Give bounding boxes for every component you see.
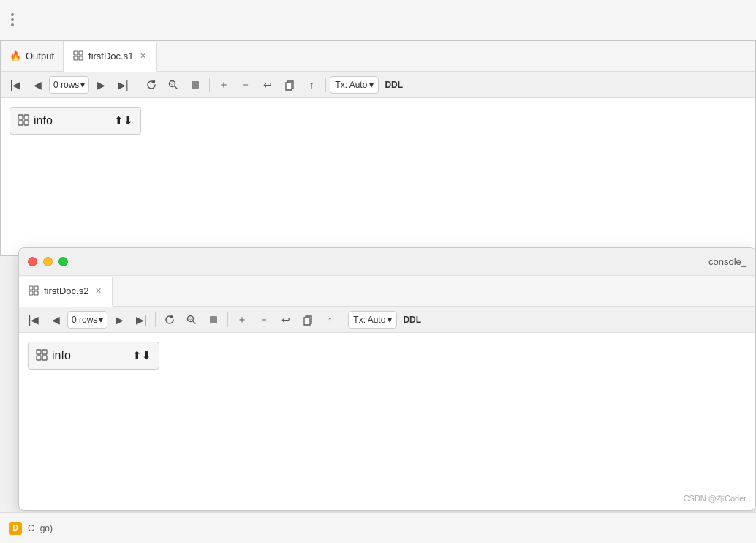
w2-table-grid-icon <box>36 349 48 363</box>
tab-bar-window1: 🔥 Output firstDoc.s1 ✕ <box>1 41 755 72</box>
svg-point-5 <box>171 83 173 85</box>
search-button[interactable] <box>163 75 184 94</box>
table-grid-icon <box>18 114 29 128</box>
separator-2 <box>209 78 210 92</box>
w2-rows-selector[interactable]: 0 rows ▾ <box>67 311 107 329</box>
firstdoc-s1-tab-label: firstDoc.s1 <box>88 50 133 61</box>
svg-rect-6 <box>192 81 199 89</box>
csdn-watermark: CSDN @布Coder <box>684 493 746 504</box>
svg-rect-21 <box>42 356 47 360</box>
svg-rect-3 <box>79 56 83 60</box>
w2-tx-selector[interactable]: Tx: Auto ▾ <box>348 311 397 329</box>
table-area-window2: info ⬆⬇ <box>19 333 755 378</box>
svg-rect-20 <box>37 356 41 360</box>
tx-selector[interactable]: Tx: Auto ▾ <box>330 76 379 94</box>
tab-output[interactable]: 🔥 Output <box>1 41 64 71</box>
toolbar-window2: |◀ ◀ 0 rows ▾ ▶ ▶| ＋ － <box>19 307 755 333</box>
ddl-button[interactable]: DDL <box>380 78 407 91</box>
w2-undo-button[interactable]: ↩ <box>276 310 296 329</box>
footer-text1: C <box>28 523 34 533</box>
svg-rect-11 <box>29 286 33 290</box>
svg-rect-10 <box>24 121 29 125</box>
w2-separator-3 <box>344 312 344 327</box>
tx-chevron-icon: ▾ <box>369 80 374 90</box>
w2-refresh-button[interactable] <box>159 310 180 329</box>
svg-rect-8 <box>24 115 29 119</box>
svg-rect-9 <box>18 121 23 125</box>
w2-table-selector-label: info <box>52 349 71 362</box>
svg-rect-19 <box>42 350 47 354</box>
next-page-button[interactable]: ▶ <box>91 75 111 94</box>
app-footer-icon: D <box>9 522 22 535</box>
svg-rect-12 <box>34 286 38 290</box>
firstdoc-s1-tab-icon <box>72 50 84 61</box>
w2-add-row-button[interactable]: ＋ <box>232 310 252 329</box>
copy-button[interactable] <box>279 75 300 94</box>
svg-rect-17 <box>210 316 217 323</box>
table-selector-chevron-icon: ⬆⬇ <box>114 114 133 127</box>
output-tab-label: Output <box>26 50 54 61</box>
firstdoc-s2-tab-label: firstDoc.s2 <box>44 285 88 296</box>
w2-copy-button[interactable] <box>298 310 318 329</box>
tab-firstdoc-s2[interactable]: firstDoc.s2 ✕ <box>19 277 113 307</box>
w2-next-page-button[interactable]: ▶ <box>109 310 129 329</box>
refresh-button[interactable] <box>141 75 162 94</box>
last-page-button[interactable]: ▶| <box>113 75 133 94</box>
w2-delete-row-button[interactable]: － <box>254 310 274 329</box>
w2-rows-chevron-icon: ▾ <box>99 315 103 325</box>
top-bar <box>0 0 756 40</box>
firstdoc-s2-tab-icon <box>28 285 39 296</box>
w2-tx-label: Tx: Auto <box>353 315 385 325</box>
w2-last-page-button[interactable]: ▶| <box>131 310 151 329</box>
prev-page-button[interactable]: ◀ <box>27 75 48 94</box>
svg-rect-2 <box>74 56 78 60</box>
svg-point-4 <box>170 80 175 86</box>
svg-rect-1 <box>79 51 83 55</box>
menu-dots-button[interactable] <box>7 10 18 30</box>
table-selector-label: info <box>34 114 53 127</box>
svg-rect-13 <box>29 291 33 295</box>
first-page-button[interactable]: |◀ <box>5 75 26 94</box>
w2-ddl-button[interactable]: DDL <box>398 313 426 326</box>
rows-selector[interactable]: 0 rows ▾ <box>49 76 89 94</box>
firstdoc-s2-close-button[interactable]: ✕ <box>93 285 103 296</box>
tx-label: Tx: Auto <box>335 80 367 90</box>
firstdoc-s1-close-button[interactable]: ✕ <box>137 50 148 61</box>
footer-text2: go) <box>40 523 53 533</box>
w2-rows-label: 0 rows <box>72 315 97 325</box>
table-area-window1: info ⬆⬇ <box>1 98 755 143</box>
w2-separator-1 <box>155 312 156 327</box>
w2-stop-button[interactable] <box>203 310 224 329</box>
w2-search-button[interactable] <box>181 310 202 329</box>
delete-row-button[interactable]: － <box>235 75 256 94</box>
w2-upload-button[interactable]: ↑ <box>320 310 340 329</box>
close-traffic-light[interactable] <box>28 257 37 266</box>
undo-button[interactable]: ↩ <box>257 75 278 94</box>
maximize-traffic-light[interactable] <box>58 257 68 266</box>
w2-table-selector-chevron-icon: ⬆⬇ <box>132 349 151 362</box>
footer: D C go) <box>0 512 756 543</box>
separator-3 <box>325 78 326 92</box>
window-1: 🔥 Output firstDoc.s1 ✕ |◀ ◀ 0 rows ▾ ▶ ▶… <box>0 40 756 256</box>
w2-first-page-button[interactable]: |◀ <box>23 310 44 329</box>
separator-1 <box>137 78 137 92</box>
toolbar-window1: |◀ ◀ 0 rows ▾ ▶ ▶| ＋ － <box>1 72 755 98</box>
table-selector-window2[interactable]: info ⬆⬇ <box>28 342 159 370</box>
rows-label: 0 rows <box>53 80 79 90</box>
svg-rect-18 <box>37 350 41 354</box>
svg-rect-14 <box>34 291 38 295</box>
upload-button[interactable]: ↑ <box>301 75 322 94</box>
w2-prev-page-button[interactable]: ◀ <box>45 310 66 329</box>
tab-firstdoc-s1[interactable]: firstDoc.s1 ✕ <box>64 42 157 72</box>
table-selector-window1[interactable]: info ⬆⬇ <box>10 107 141 135</box>
svg-rect-7 <box>18 115 23 119</box>
titlebar-window2: console_ <box>19 248 755 276</box>
add-row-button[interactable]: ＋ <box>213 75 234 94</box>
window-2: console_ firstDoc.s2 ✕ |◀ ◀ 0 rows ▾ ▶ ▶… <box>18 247 756 511</box>
stop-button[interactable] <box>185 75 205 94</box>
minimize-traffic-light[interactable] <box>43 257 53 266</box>
svg-rect-0 <box>74 51 78 55</box>
svg-point-16 <box>189 318 192 320</box>
window-2-title: console_ <box>708 256 746 267</box>
traffic-lights <box>28 257 68 266</box>
